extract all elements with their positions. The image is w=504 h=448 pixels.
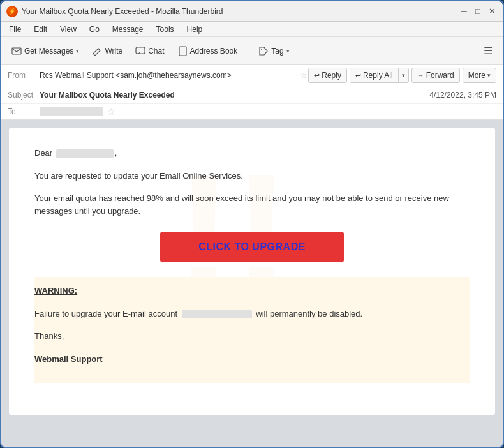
reply-toolbar: ↩ Reply ↩ Reply All ▾ → Forward: [308, 68, 496, 83]
thanks-text: Thanks,: [34, 330, 470, 343]
more-dropdown-icon: ▾: [487, 72, 491, 78]
get-messages-dropdown-icon: ▾: [76, 48, 79, 54]
reply-all-main-button[interactable]: ↩ Reply All: [350, 68, 399, 82]
upgrade-button[interactable]: CLICK TO UPGRADE: [160, 232, 344, 262]
to-label: To: [8, 107, 40, 116]
menu-edit[interactable]: Edit: [31, 24, 50, 35]
reply-button[interactable]: ↩ Reply: [308, 68, 347, 83]
reply-all-split-button: ↩ Reply All ▾: [350, 68, 409, 83]
to-value-redacted: [40, 107, 103, 116]
menu-view[interactable]: View: [57, 24, 79, 35]
svg-point-8: [261, 49, 262, 50]
get-messages-icon: [11, 46, 22, 56]
svg-rect-4: [179, 47, 186, 56]
email-date: 4/12/2022, 3:45 PM: [429, 91, 496, 100]
toolbar-separator: [248, 43, 248, 59]
body-paragraph-2: Your email quota has reached 98% and wil…: [34, 192, 470, 217]
address-book-button[interactable]: Address Book: [172, 41, 243, 61]
reply-arrow-icon: ↩: [314, 71, 320, 80]
main-content: From Rcs Webmail Support <sam.joh@thehea…: [1, 65, 503, 448]
chat-icon: [135, 46, 145, 56]
get-messages-button[interactable]: Get Messages ▾: [6, 41, 84, 61]
email-body-wrapper: !! Dear , You are requested to update yo…: [1, 120, 503, 448]
from-label: From: [8, 71, 40, 80]
tag-button[interactable]: Tag ▾: [253, 41, 294, 61]
close-button[interactable]: ✕: [486, 6, 498, 17]
body-paragraph-1: You are requested to update your Email O…: [34, 170, 470, 183]
reply-all-dropdown-button[interactable]: ▾: [399, 68, 408, 82]
minimize-button[interactable]: ─: [458, 6, 470, 17]
subject-value: Your Mailbox Quota Nearly Exceeded: [40, 91, 429, 100]
menu-message[interactable]: Message: [110, 24, 146, 35]
subject-row: Subject Your Mailbox Quota Nearly Exceed…: [1, 86, 503, 104]
tag-icon: [258, 46, 269, 56]
email-header: From Rcs Webmail Support <sam.joh@thehea…: [1, 65, 503, 120]
svg-rect-2: [136, 47, 145, 54]
main-toolbar: Get Messages ▾ Write Chat Address Book: [1, 37, 503, 65]
svg-rect-0: [12, 48, 21, 54]
to-star-icon[interactable]: ☆: [107, 107, 115, 117]
title-bar: ⚡ Your Mailbox Quota Nearly Exceeded - M…: [1, 1, 503, 22]
chat-button[interactable]: Chat: [130, 41, 169, 61]
hamburger-menu-button[interactable]: ☰: [478, 42, 498, 59]
warning-label: WARNING:: [34, 285, 470, 297]
write-icon: [92, 46, 102, 56]
menu-file[interactable]: File: [6, 24, 24, 35]
menu-bar: File Edit View Go Message Tools Help: [1, 22, 503, 37]
upgrade-button-wrapper: CLICK TO UPGRADE: [34, 232, 470, 262]
account-name-redacted: [182, 310, 252, 318]
warning-text: Failure to upgrade your E-mail account w…: [34, 308, 470, 320]
app-icon: ⚡: [6, 6, 18, 17]
menu-tools[interactable]: Tools: [154, 24, 177, 35]
menu-help[interactable]: Help: [184, 24, 205, 35]
address-book-icon: [177, 46, 188, 56]
menu-go[interactable]: Go: [87, 24, 102, 35]
more-button[interactable]: More ▾: [463, 68, 496, 83]
email-content: Dear , You are requested to update your …: [9, 128, 495, 402]
signature-text: Webmail Support: [34, 353, 470, 366]
reply-all-chevron-icon: ▾: [402, 72, 405, 78]
window-title: Your Mailbox Quota Nearly Exceeded - Moz…: [22, 7, 458, 16]
restore-button[interactable]: □: [472, 6, 484, 17]
window-controls: ─ □ ✕: [458, 6, 498, 17]
write-button[interactable]: Write: [87, 41, 128, 61]
to-row: To ☆: [1, 104, 503, 119]
email-body-container: !! Dear , You are requested to update yo…: [9, 128, 495, 415]
from-star-icon[interactable]: ☆: [300, 70, 308, 80]
svg-line-1: [98, 49, 100, 50]
from-value: Rcs Webmail Support <sam.joh@thehearsayn…: [40, 71, 297, 80]
warning-section: WARNING: Failure to upgrade your E-mail …: [34, 277, 470, 383]
subject-label: Subject: [8, 91, 40, 100]
forward-arrow-icon: →: [417, 71, 424, 79]
forward-button[interactable]: → Forward: [411, 68, 460, 83]
from-row: From Rcs Webmail Support <sam.joh@thehea…: [1, 65, 503, 86]
reply-all-arrow-icon: ↩: [355, 71, 361, 80]
greeting-paragraph: Dear ,: [34, 147, 470, 160]
tag-dropdown-icon: ▾: [286, 48, 290, 54]
recipient-name-redacted: [56, 149, 114, 158]
